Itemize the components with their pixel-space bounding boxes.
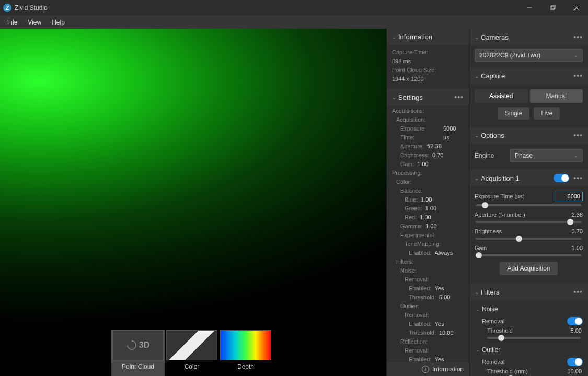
chevron-down-icon: ⌄: [574, 153, 578, 158]
more-options-icon[interactable]: •••: [454, 93, 464, 101]
tab-manual[interactable]: Manual: [530, 89, 583, 103]
section-filters[interactable]: ⌄ Filters •••: [469, 284, 588, 300]
view-thumbnails: 3D Point Cloud Color Depth: [111, 330, 273, 376]
brightness-slider[interactable]: [476, 238, 582, 240]
more-options-icon[interactable]: •••: [573, 288, 583, 296]
thumb-label: Color: [185, 360, 200, 373]
exposure-input[interactable]: [555, 192, 583, 201]
noise-removal-label: Removal: [482, 318, 567, 324]
gain-slider[interactable]: [476, 254, 582, 256]
camera-select[interactable]: 202822C9 (Zivid Two) ⌄: [475, 49, 583, 62]
section-acquisition-1[interactable]: ⌄ Acquisition 1 •••: [469, 170, 588, 186]
filter-noise-header[interactable]: ⌄ Noise: [475, 303, 583, 315]
svg-rect-2: [551, 5, 555, 9]
engine-label: Engine: [475, 152, 506, 159]
aperture-slider[interactable]: [476, 221, 582, 223]
panel-controls: ⌄ Cameras ••• 202822C9 (Zivid Two) ⌄ ⌄ C…: [469, 29, 588, 376]
thumb-label: Point Cloud: [122, 360, 154, 373]
thumb-point-cloud[interactable]: 3D Point Cloud: [111, 330, 165, 376]
section-capture[interactable]: ⌄ Capture •••: [469, 67, 588, 84]
chevron-down-icon: ⌄: [574, 53, 578, 58]
svg-rect-1: [550, 6, 554, 10]
section-options[interactable]: ⌄ Options •••: [469, 127, 588, 144]
add-acquisition-button[interactable]: Add Acquisition: [500, 262, 557, 275]
outlier-threshold-value: 10.00: [567, 368, 582, 374]
aperture-value: 2.38: [572, 212, 583, 218]
titlebar: Z Zivid Studio: [0, 0, 588, 16]
acquisition-toggle[interactable]: [554, 174, 569, 182]
thumb-depth[interactable]: Depth: [219, 330, 272, 376]
footer-information-button[interactable]: i Information: [387, 362, 469, 376]
pcs-label: Point Cloud Size:: [392, 66, 436, 75]
noise-threshold-slider[interactable]: [487, 337, 581, 339]
capture-time-label: Capture Time:: [392, 48, 428, 57]
outlier-removal-toggle[interactable]: [567, 358, 583, 366]
chevron-down-icon: ⌄: [392, 34, 398, 40]
menu-help[interactable]: Help: [47, 17, 70, 28]
chevron-down-icon: ⌄: [475, 289, 481, 295]
chevron-down-icon: ⌄: [475, 175, 481, 181]
engine-select[interactable]: Phase ⌄: [510, 149, 583, 162]
menubar: File View Help: [0, 16, 588, 29]
chevron-down-icon: ⌄: [476, 347, 482, 352]
close-button[interactable]: [564, 0, 588, 16]
capture-time-value: 898 ms: [392, 57, 411, 66]
pcs-value: 1944 x 1200: [392, 75, 424, 84]
minimize-button[interactable]: [517, 0, 541, 16]
chevron-down-icon: ⌄: [476, 307, 482, 312]
exposure-slider[interactable]: [476, 204, 582, 206]
outlier-threshold-label: Threshold (mm): [487, 368, 567, 374]
noise-removal-toggle[interactable]: [567, 317, 583, 325]
info-icon: i: [422, 366, 429, 373]
noise-threshold-value: 5.00: [571, 327, 582, 334]
chevron-down-icon: ⌄: [475, 133, 481, 138]
chevron-down-icon: ⌄: [392, 95, 398, 100]
app-logo-icon: Z: [3, 4, 11, 12]
section-settings[interactable]: ⌄ Settings •••: [387, 89, 469, 105]
capture-single-button[interactable]: Single: [498, 107, 529, 120]
more-options-icon[interactable]: •••: [573, 174, 583, 182]
capture-live-button[interactable]: Live: [534, 107, 560, 120]
tab-assisted[interactable]: Assisted: [475, 89, 528, 103]
noise-threshold-label: Threshold: [487, 327, 571, 334]
chevron-down-icon: ⌄: [475, 34, 481, 40]
viewport-3d[interactable]: 3D Point Cloud Color Depth: [0, 29, 386, 376]
section-cameras[interactable]: ⌄ Cameras •••: [469, 29, 588, 45]
brightness-value: 0.70: [572, 228, 583, 234]
thumb-label: Depth: [237, 360, 254, 373]
settings-tree: Acquisitions: Acquisition: Exposure Time…: [387, 105, 469, 376]
app-title: Zivid Studio: [15, 4, 517, 11]
gain-value: 1.00: [572, 245, 583, 251]
exposure-label: Exposure Time (µs): [475, 193, 555, 199]
point-cloud-render: [0, 29, 386, 376]
brightness-label: Brightness: [475, 228, 572, 234]
section-information[interactable]: ⌄ Information: [387, 29, 469, 45]
aperture-label: Aperture (f-number): [475, 212, 572, 218]
more-options-icon[interactable]: •••: [573, 72, 583, 80]
more-options-icon[interactable]: •••: [573, 33, 583, 41]
thumb-color[interactable]: Color: [165, 330, 218, 376]
menu-file[interactable]: File: [2, 17, 22, 28]
panel-settings: ⌄ Information Capture Time: 898 ms Point…: [386, 29, 469, 376]
filter-outlier-header[interactable]: ⌄ Outlier: [475, 344, 583, 356]
gain-label: Gain: [475, 245, 572, 251]
chevron-down-icon: ⌄: [475, 73, 481, 79]
more-options-icon[interactable]: •••: [573, 131, 583, 139]
svg-marker-5: [132, 340, 133, 342]
maximize-button[interactable]: [541, 0, 564, 16]
menu-view[interactable]: View: [22, 17, 47, 28]
outlier-removal-label: Removal: [482, 359, 567, 365]
